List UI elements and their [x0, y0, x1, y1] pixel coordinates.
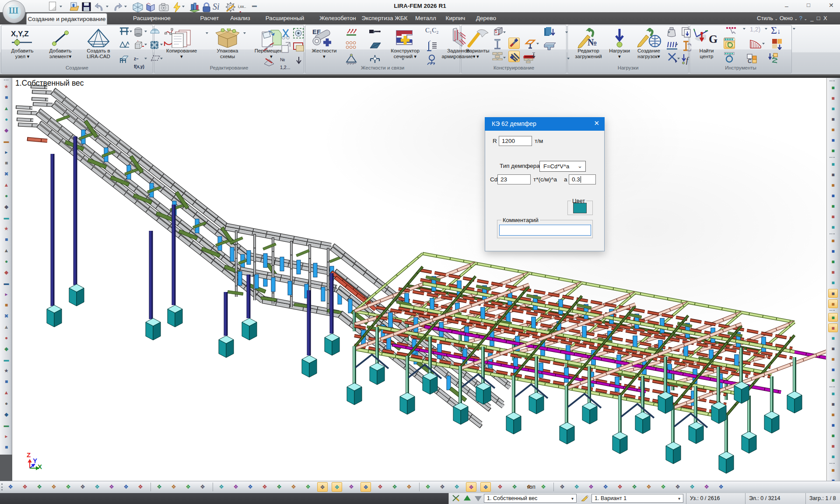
svg-text:Y: Y: [33, 457, 37, 464]
svg-text:X: X: [38, 463, 42, 470]
svg-text:Z: Z: [27, 451, 31, 459]
svg-text:1.Собственный вес: 1.Собственный вес: [15, 79, 84, 87]
